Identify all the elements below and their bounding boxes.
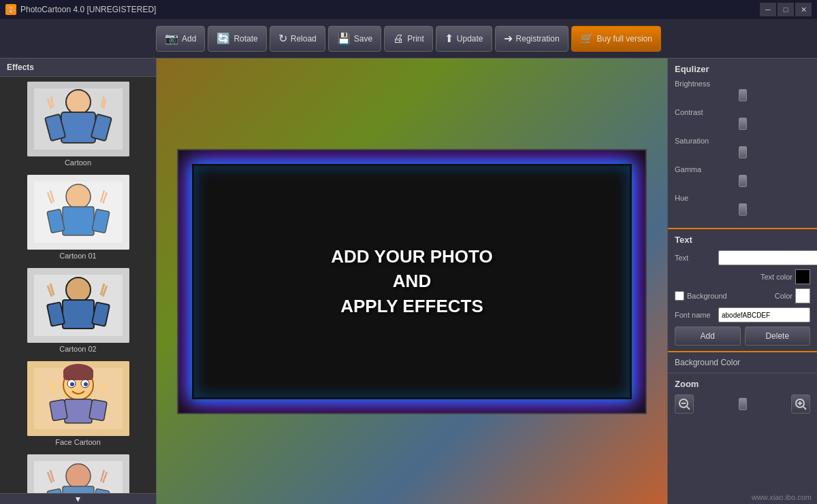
toolbar: 📷 Add 🔄 Rotate ↻ Reload 💾 Save 🖨 Print ⬆… (0, 19, 817, 58)
app-icon: 🎨 (5, 4, 16, 15)
font-name-label: Font name (675, 311, 716, 319)
svg-line-60 (803, 407, 806, 409)
gamma-slider[interactable] (675, 175, 810, 186)
brightness-label: Brightness (675, 80, 810, 88)
svg-point-37 (70, 382, 74, 386)
text-section-title: Text (675, 235, 810, 245)
saturation-row: Saturation (675, 137, 810, 160)
canvas-area: ADD YOUR PHOTO AND APPLY EFFECTS (157, 58, 667, 504)
saturation-slider[interactable] (675, 147, 810, 158)
main-area: Effects (0, 58, 817, 504)
svg-point-22 (66, 278, 91, 302)
camera-icon: 📷 (165, 32, 178, 45)
background-label: Background (687, 292, 727, 300)
text-color-row: Text color (675, 269, 810, 284)
zoom-title: Zoom (675, 379, 810, 389)
svg-point-12 (66, 184, 91, 209)
registration-button[interactable]: ➜ Registration (495, 26, 568, 52)
add-button[interactable]: 📷 Add (156, 26, 205, 52)
zoom-section: Zoom (668, 373, 817, 419)
text-input-row: Text (675, 250, 810, 265)
zoom-in-button[interactable] (791, 394, 810, 414)
effect-item-cartoon01[interactable]: Cartoon 01 (3, 173, 153, 262)
zoom-row (675, 394, 810, 414)
background-color-label: Background Color (675, 358, 740, 367)
registration-icon: ➜ (504, 32, 513, 45)
right-panel: Equlizer Brightness Contrast Saturation … (667, 58, 817, 504)
reload-button[interactable]: ↻ Reload (270, 26, 325, 52)
zoom-slider[interactable] (696, 399, 788, 409)
background-row: Background Color (675, 288, 810, 303)
close-button[interactable]: ✕ (795, 3, 812, 16)
maximize-button[interactable]: □ (778, 3, 794, 16)
equalizer-title: Equlizer (675, 64, 810, 74)
bg-color-right: Color (730, 288, 810, 303)
zoom-out-icon (678, 398, 690, 410)
effect-thumb-cartoon02 (27, 268, 129, 343)
effects-header: Effects (0, 58, 156, 77)
contrast-label: Contrast (675, 108, 810, 116)
titlebar-left: 🎨 PhotoCartoon 4.0 [UNREGISTERED] (5, 4, 156, 15)
font-preview[interactable]: abodefABCDEF (718, 307, 810, 322)
buy-button[interactable]: 🛒 Buy full version (571, 26, 661, 52)
text-field[interactable] (718, 250, 817, 265)
svg-rect-3 (61, 112, 95, 143)
rotate-button[interactable]: 🔄 Rotate (208, 26, 266, 52)
effect-thumb-cartoon (27, 82, 129, 156)
text-color-label: Text color (760, 273, 792, 281)
brightness-slider[interactable] (675, 90, 810, 101)
svg-rect-23 (63, 300, 94, 329)
effect-thumb-cartoon01 (27, 175, 129, 250)
print-button[interactable]: 🖨 Print (384, 26, 433, 52)
text-delete-button[interactable]: Delete (745, 326, 811, 346)
effects-panel: Effects (0, 58, 157, 504)
text-add-button[interactable]: Add (675, 326, 741, 346)
effects-list: Cartoon (0, 77, 156, 493)
contrast-slider[interactable] (675, 118, 810, 129)
zoom-in-icon (795, 398, 807, 410)
brightness-row: Brightness (675, 80, 810, 103)
rotate-icon: 🔄 (217, 32, 230, 45)
text-section: Text Text Text color Background Color Fo (668, 229, 817, 352)
minimize-button[interactable]: ─ (760, 3, 776, 16)
canvas-image: ADD YOUR PHOTO AND APPLY EFFECTS (177, 149, 647, 414)
svg-rect-39 (65, 399, 92, 423)
background-checkbox[interactable] (675, 291, 684, 301)
window-controls[interactable]: ─ □ ✕ (760, 3, 812, 16)
effect-item-cartoon[interactable]: Cartoon (3, 80, 153, 169)
titlebar: 🎨 PhotoCartoon 4.0 [UNREGISTERED] ─ □ ✕ (0, 0, 817, 19)
effect-label-cartoon02: Cartoon 02 (5, 345, 151, 353)
svg-point-2 (66, 90, 91, 114)
zoom-out-button[interactable] (675, 394, 694, 414)
scroll-down-arrow[interactable]: ▼ (0, 493, 156, 504)
gamma-label: Gamma (675, 165, 810, 173)
text-action-row: Add Delete (675, 326, 810, 346)
window-title: PhotoCartoon 4.0 [UNREGISTERED] (20, 5, 156, 14)
background-color-section: Background Color (668, 352, 817, 373)
text-color-swatch[interactable] (795, 269, 810, 284)
font-name-row: Font name abodefABCDEF (675, 307, 810, 322)
effect-label-cartoon: Cartoon (5, 158, 151, 167)
effect-item-face-cartoon[interactable]: Face Cartoon (3, 359, 153, 448)
update-button[interactable]: ⬆ Update (436, 26, 492, 52)
effect-item-cartoon03[interactable]: Cartoon 03 (3, 452, 153, 493)
effect-item-cartoon02[interactable]: Cartoon 02 (3, 266, 153, 355)
svg-rect-49 (63, 486, 94, 493)
svg-rect-40 (49, 399, 67, 420)
hue-slider[interactable] (675, 204, 810, 215)
svg-rect-13 (63, 207, 94, 235)
svg-rect-41 (89, 399, 107, 420)
hue-label: Hue (675, 194, 810, 202)
update-icon: ⬆ (445, 32, 453, 45)
saturation-label: Saturation (675, 137, 810, 145)
effect-label-cartoon01: Cartoon 01 (5, 252, 151, 260)
svg-rect-34 (63, 368, 93, 380)
buy-icon: 🛒 (580, 32, 594, 45)
save-button[interactable]: 💾 Save (328, 26, 381, 52)
color-label: Color (775, 292, 792, 300)
svg-line-57 (687, 407, 690, 409)
svg-point-38 (84, 382, 88, 386)
hue-row: Hue (675, 194, 810, 217)
bg-color-swatch[interactable] (795, 288, 810, 303)
save-icon: 💾 (337, 32, 351, 45)
